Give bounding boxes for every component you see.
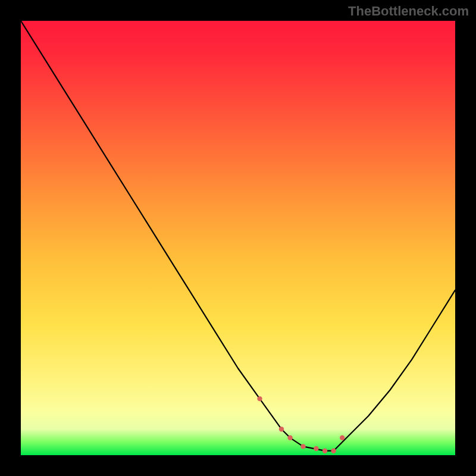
- valley-marker-dot: [314, 446, 318, 451]
- valley-marker-dot: [279, 427, 284, 431]
- chart-container: TheBottleneck.com: [0, 0, 476, 476]
- plot-area: [21, 21, 455, 455]
- curve-svg: [21, 21, 455, 455]
- watermark-text: TheBottleneck.com: [348, 4, 469, 19]
- valley-marker-dot: [331, 449, 336, 453]
- valley-marker-dot: [322, 449, 327, 453]
- valley-marker-dot: [287, 436, 292, 440]
- valley-marker-dot: [340, 436, 345, 440]
- bottleneck-curve-line: [21, 21, 455, 451]
- valley-marker-dot: [300, 444, 305, 449]
- valley-marker-dot: [257, 396, 262, 401]
